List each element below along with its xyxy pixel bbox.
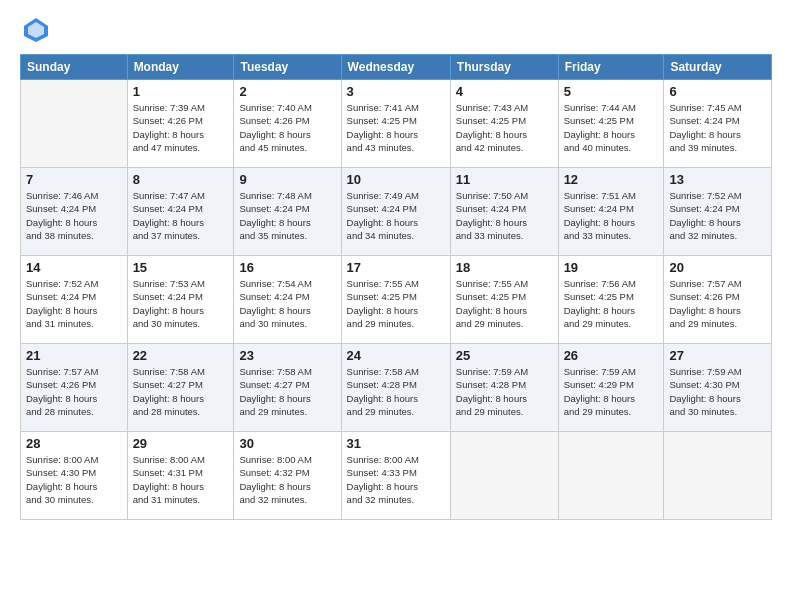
day-number: 31: [347, 436, 445, 451]
calendar-cell: 5Sunrise: 7:44 AM Sunset: 4:25 PM Daylig…: [558, 80, 664, 168]
day-number: 15: [133, 260, 229, 275]
calendar-cell: 14Sunrise: 7:52 AM Sunset: 4:24 PM Dayli…: [21, 256, 128, 344]
day-info: Sunrise: 7:41 AM Sunset: 4:25 PM Dayligh…: [347, 101, 445, 154]
day-info: Sunrise: 7:49 AM Sunset: 4:24 PM Dayligh…: [347, 189, 445, 242]
day-info: Sunrise: 7:59 AM Sunset: 4:30 PM Dayligh…: [669, 365, 766, 418]
day-info: Sunrise: 7:44 AM Sunset: 4:25 PM Dayligh…: [564, 101, 659, 154]
day-info: Sunrise: 7:52 AM Sunset: 4:24 PM Dayligh…: [26, 277, 122, 330]
calendar-cell: 28Sunrise: 8:00 AM Sunset: 4:30 PM Dayli…: [21, 432, 128, 520]
day-number: 28: [26, 436, 122, 451]
calendar-cell: 12Sunrise: 7:51 AM Sunset: 4:24 PM Dayli…: [558, 168, 664, 256]
day-number: 16: [239, 260, 335, 275]
day-number: 3: [347, 84, 445, 99]
calendar-cell: 23Sunrise: 7:58 AM Sunset: 4:27 PM Dayli…: [234, 344, 341, 432]
day-number: 24: [347, 348, 445, 363]
calendar-cell: 21Sunrise: 7:57 AM Sunset: 4:26 PM Dayli…: [21, 344, 128, 432]
day-info: Sunrise: 7:52 AM Sunset: 4:24 PM Dayligh…: [669, 189, 766, 242]
calendar-cell: 16Sunrise: 7:54 AM Sunset: 4:24 PM Dayli…: [234, 256, 341, 344]
day-info: Sunrise: 7:48 AM Sunset: 4:24 PM Dayligh…: [239, 189, 335, 242]
day-info: Sunrise: 7:57 AM Sunset: 4:26 PM Dayligh…: [26, 365, 122, 418]
calendar-cell: 2Sunrise: 7:40 AM Sunset: 4:26 PM Daylig…: [234, 80, 341, 168]
day-info: Sunrise: 7:50 AM Sunset: 4:24 PM Dayligh…: [456, 189, 553, 242]
calendar-cell: 29Sunrise: 8:00 AM Sunset: 4:31 PM Dayli…: [127, 432, 234, 520]
calendar-cell: 18Sunrise: 7:55 AM Sunset: 4:25 PM Dayli…: [450, 256, 558, 344]
logo-icon: [22, 16, 50, 44]
day-number: 22: [133, 348, 229, 363]
calendar-cell: [558, 432, 664, 520]
day-info: Sunrise: 7:59 AM Sunset: 4:28 PM Dayligh…: [456, 365, 553, 418]
day-number: 8: [133, 172, 229, 187]
calendar-cell: 30Sunrise: 8:00 AM Sunset: 4:32 PM Dayli…: [234, 432, 341, 520]
calendar-cell: 22Sunrise: 7:58 AM Sunset: 4:27 PM Dayli…: [127, 344, 234, 432]
day-number: 23: [239, 348, 335, 363]
day-info: Sunrise: 7:46 AM Sunset: 4:24 PM Dayligh…: [26, 189, 122, 242]
weekday-header-thursday: Thursday: [450, 55, 558, 80]
day-info: Sunrise: 7:55 AM Sunset: 4:25 PM Dayligh…: [456, 277, 553, 330]
weekday-header-row: SundayMondayTuesdayWednesdayThursdayFrid…: [21, 55, 772, 80]
day-number: 17: [347, 260, 445, 275]
calendar-cell: 25Sunrise: 7:59 AM Sunset: 4:28 PM Dayli…: [450, 344, 558, 432]
calendar-cell: 7Sunrise: 7:46 AM Sunset: 4:24 PM Daylig…: [21, 168, 128, 256]
day-number: 11: [456, 172, 553, 187]
day-number: 25: [456, 348, 553, 363]
week-row-3: 14Sunrise: 7:52 AM Sunset: 4:24 PM Dayli…: [21, 256, 772, 344]
calendar-cell: 8Sunrise: 7:47 AM Sunset: 4:24 PM Daylig…: [127, 168, 234, 256]
day-info: Sunrise: 7:40 AM Sunset: 4:26 PM Dayligh…: [239, 101, 335, 154]
weekday-header-wednesday: Wednesday: [341, 55, 450, 80]
calendar-cell: 17Sunrise: 7:55 AM Sunset: 4:25 PM Dayli…: [341, 256, 450, 344]
day-number: 21: [26, 348, 122, 363]
day-number: 13: [669, 172, 766, 187]
day-info: Sunrise: 7:51 AM Sunset: 4:24 PM Dayligh…: [564, 189, 659, 242]
day-info: Sunrise: 7:43 AM Sunset: 4:25 PM Dayligh…: [456, 101, 553, 154]
day-number: 1: [133, 84, 229, 99]
logo: [20, 16, 50, 44]
day-number: 30: [239, 436, 335, 451]
header: [20, 16, 772, 44]
calendar-cell: 15Sunrise: 7:53 AM Sunset: 4:24 PM Dayli…: [127, 256, 234, 344]
day-number: 26: [564, 348, 659, 363]
day-number: 9: [239, 172, 335, 187]
calendar-cell: 6Sunrise: 7:45 AM Sunset: 4:24 PM Daylig…: [664, 80, 772, 168]
day-number: 19: [564, 260, 659, 275]
day-number: 7: [26, 172, 122, 187]
day-number: 5: [564, 84, 659, 99]
page: SundayMondayTuesdayWednesdayThursdayFrid…: [0, 0, 792, 612]
calendar-cell: 1Sunrise: 7:39 AM Sunset: 4:26 PM Daylig…: [127, 80, 234, 168]
day-info: Sunrise: 7:59 AM Sunset: 4:29 PM Dayligh…: [564, 365, 659, 418]
weekday-header-friday: Friday: [558, 55, 664, 80]
calendar-cell: 27Sunrise: 7:59 AM Sunset: 4:30 PM Dayli…: [664, 344, 772, 432]
calendar-table: SundayMondayTuesdayWednesdayThursdayFrid…: [20, 54, 772, 520]
calendar-cell: [450, 432, 558, 520]
weekday-header-sunday: Sunday: [21, 55, 128, 80]
day-number: 12: [564, 172, 659, 187]
day-info: Sunrise: 8:00 AM Sunset: 4:31 PM Dayligh…: [133, 453, 229, 506]
day-info: Sunrise: 7:56 AM Sunset: 4:25 PM Dayligh…: [564, 277, 659, 330]
day-info: Sunrise: 7:53 AM Sunset: 4:24 PM Dayligh…: [133, 277, 229, 330]
week-row-5: 28Sunrise: 8:00 AM Sunset: 4:30 PM Dayli…: [21, 432, 772, 520]
calendar-cell: [21, 80, 128, 168]
calendar-cell: 3Sunrise: 7:41 AM Sunset: 4:25 PM Daylig…: [341, 80, 450, 168]
calendar-cell: 10Sunrise: 7:49 AM Sunset: 4:24 PM Dayli…: [341, 168, 450, 256]
day-info: Sunrise: 7:47 AM Sunset: 4:24 PM Dayligh…: [133, 189, 229, 242]
day-number: 2: [239, 84, 335, 99]
day-info: Sunrise: 7:54 AM Sunset: 4:24 PM Dayligh…: [239, 277, 335, 330]
calendar-cell: 4Sunrise: 7:43 AM Sunset: 4:25 PM Daylig…: [450, 80, 558, 168]
day-info: Sunrise: 7:58 AM Sunset: 4:27 PM Dayligh…: [133, 365, 229, 418]
calendar-cell: 9Sunrise: 7:48 AM Sunset: 4:24 PM Daylig…: [234, 168, 341, 256]
day-info: Sunrise: 7:58 AM Sunset: 4:27 PM Dayligh…: [239, 365, 335, 418]
week-row-4: 21Sunrise: 7:57 AM Sunset: 4:26 PM Dayli…: [21, 344, 772, 432]
day-number: 18: [456, 260, 553, 275]
calendar-cell: 31Sunrise: 8:00 AM Sunset: 4:33 PM Dayli…: [341, 432, 450, 520]
week-row-1: 1Sunrise: 7:39 AM Sunset: 4:26 PM Daylig…: [21, 80, 772, 168]
day-info: Sunrise: 7:57 AM Sunset: 4:26 PM Dayligh…: [669, 277, 766, 330]
day-number: 6: [669, 84, 766, 99]
day-number: 4: [456, 84, 553, 99]
day-info: Sunrise: 8:00 AM Sunset: 4:32 PM Dayligh…: [239, 453, 335, 506]
day-info: Sunrise: 7:39 AM Sunset: 4:26 PM Dayligh…: [133, 101, 229, 154]
day-info: Sunrise: 8:00 AM Sunset: 4:33 PM Dayligh…: [347, 453, 445, 506]
day-info: Sunrise: 7:55 AM Sunset: 4:25 PM Dayligh…: [347, 277, 445, 330]
weekday-header-monday: Monday: [127, 55, 234, 80]
weekday-header-saturday: Saturday: [664, 55, 772, 80]
day-info: Sunrise: 8:00 AM Sunset: 4:30 PM Dayligh…: [26, 453, 122, 506]
calendar-cell: [664, 432, 772, 520]
